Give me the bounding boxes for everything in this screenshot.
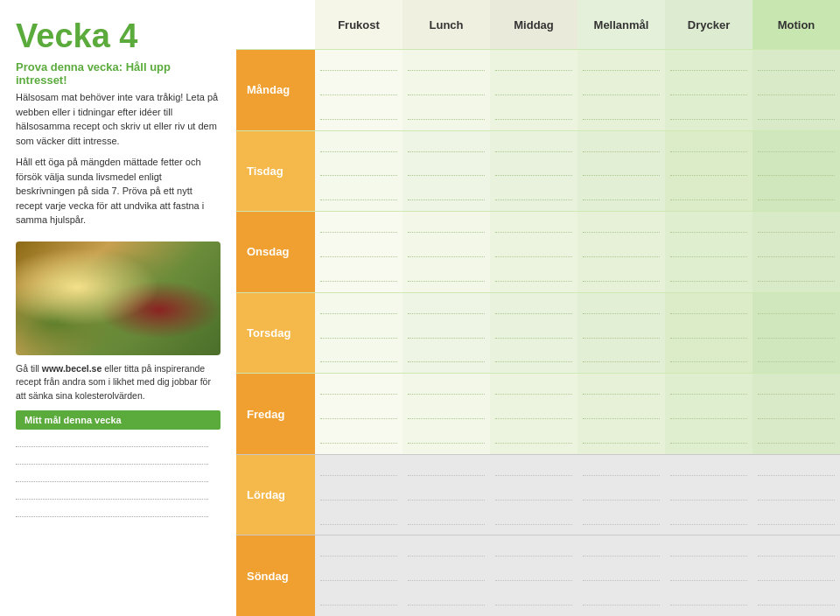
cell-lines [402,50,490,130]
cell-dot-line [670,142,747,152]
cell-dot-line [670,190,747,200]
grid-cell-onsdag-col1[interactable] [315,212,402,292]
grid-cell-söndag-col3[interactable] [490,536,578,616]
cell-lines [752,50,840,130]
goal-line-3 [16,473,208,482]
day-label-lördag: Lördag [236,455,315,536]
grid-cell-måndag-col6[interactable] [752,50,840,130]
grid-cell-tisdag-col2[interactable] [402,131,490,212]
grid-cell-torsdag-col3[interactable] [490,293,578,374]
cell-dot-line [758,247,835,257]
cell-dot-line [320,85,397,95]
grid-cell-lördag-col4[interactable] [578,455,665,536]
cell-dot-line [583,222,660,233]
grid-cell-lördag-col6[interactable] [752,455,840,536]
grid-cell-tisdag-col6[interactable] [752,131,840,212]
grid-cell-torsdag-col1[interactable] [315,293,402,374]
grid-cell-torsdag-col6[interactable] [752,293,840,374]
grid-cell-fredag-col4[interactable] [578,374,665,454]
grid-cell-lördag-col2[interactable] [402,455,490,536]
cell-lines [752,212,840,292]
cell-lines [315,455,402,536]
cell-dot-line [670,222,747,233]
header-mellanmal: Mellanmål [578,0,665,49]
cell-dot-line [495,409,572,419]
cell-dot-line [495,190,572,200]
grid-cell-fredag-col6[interactable] [752,374,840,454]
grid-cell-fredag-col3[interactable] [490,374,578,454]
grid-header: Frukost Lunch Middag Mellanmål Drycker M… [236,0,840,49]
cell-lines [402,374,490,454]
grid-cell-fredag-col1[interactable] [315,374,402,454]
cell-dot-line [758,433,835,444]
grid-cell-fredag-col2[interactable] [402,374,490,454]
grid-cell-söndag-col2[interactable] [402,536,490,616]
grid-cell-måndag-col3[interactable] [490,50,578,130]
grid-cell-söndag-col1[interactable] [315,536,402,616]
grid-cell-söndag-col6[interactable] [752,536,840,616]
cell-lines [665,455,752,536]
cell-dot-line [583,304,660,314]
cell-dot-line [758,222,835,233]
cell-lines [490,50,578,130]
cell-dot-line [583,433,660,444]
cell-dot-line [670,433,747,444]
cell-lines [315,374,402,454]
grid-cell-torsdag-col5[interactable] [665,293,752,374]
grid-cell-onsdag-col3[interactable] [490,212,578,292]
grid-cell-tisdag-col4[interactable] [578,131,665,212]
grid-cell-lördag-col5[interactable] [665,455,752,536]
cell-dot-line [320,466,397,476]
goal-lines [16,438,220,517]
header-empty-cell [236,0,315,49]
goal-line-5 [16,508,208,517]
cell-dot-line [758,352,835,362]
cell-dot-line [670,595,747,606]
cell-lines [578,212,665,292]
grid-cell-måndag-col4[interactable] [578,50,665,130]
grid-cell-onsdag-col2[interactable] [402,212,490,292]
day-label-fredag: Fredag [236,374,315,454]
cell-dot-line [758,409,835,419]
cell-dot-line [670,570,747,581]
cell-dot-line [495,222,572,233]
cell-dot-line [583,328,660,339]
cell-dot-line [408,271,485,282]
cell-lines [665,293,752,374]
cell-dot-line [495,247,572,257]
cell-dot-line [670,304,747,314]
cell-lines [402,455,490,536]
grid-cell-torsdag-col2[interactable] [402,293,490,374]
grid-cell-fredag-col5[interactable] [665,374,752,454]
grid-cell-torsdag-col4[interactable] [578,293,665,374]
cell-dot-line [320,328,397,339]
grid-cell-onsdag-col4[interactable] [578,212,665,292]
grid-cell-lördag-col3[interactable] [490,455,578,536]
grid-cell-onsdag-col6[interactable] [752,212,840,292]
grid-cell-måndag-col5[interactable] [665,50,752,130]
grid-cell-tisdag-col5[interactable] [665,131,752,212]
cell-dot-line [320,109,397,120]
day-label-onsdag: Onsdag [236,212,315,292]
cell-dot-line [583,271,660,282]
grid-cell-lördag-col1[interactable] [315,455,402,536]
cell-dot-line [583,60,660,71]
mitt-mal-badge: Mitt mål denna vecka [16,410,220,430]
grid-cell-måndag-col2[interactable] [402,50,490,130]
grid-cell-onsdag-col5[interactable] [665,212,752,292]
grid-cell-söndag-col5[interactable] [665,536,752,616]
header-frukost: Frukost [315,0,402,49]
becel-link[interactable]: www.becel.se [42,363,102,374]
grid-cell-tisdag-col3[interactable] [490,131,578,212]
cell-lines [578,455,665,536]
grid-cell-tisdag-col1[interactable] [315,131,402,212]
grid-cell-söndag-col4[interactable] [578,536,665,616]
grid-cell-måndag-col1[interactable] [315,50,402,130]
goal-line-4 [16,491,208,500]
cell-lines [490,536,578,616]
cell-dot-line [495,433,572,444]
cell-dot-line [670,165,747,176]
cell-dot-line [670,328,747,339]
cell-dot-line [670,109,747,120]
cell-dot-line [320,222,397,233]
